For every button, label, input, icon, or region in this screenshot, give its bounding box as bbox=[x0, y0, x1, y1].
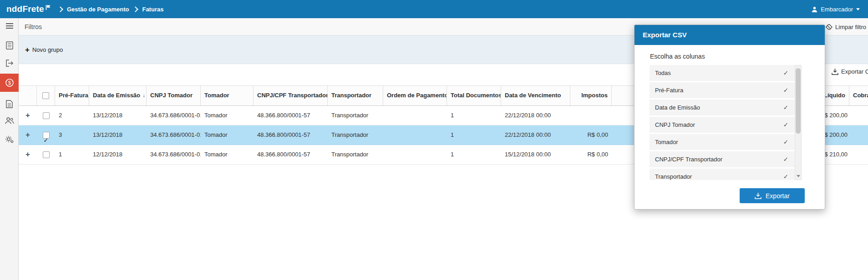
table-cell: 2 bbox=[55, 106, 89, 125]
column-header-data-emissao[interactable]: Data de Emissão↓ bbox=[89, 86, 147, 105]
scroll-down-button[interactable] bbox=[795, 173, 801, 180]
export-out-icon[interactable] bbox=[0, 55, 19, 71]
chevron-right-icon bbox=[57, 6, 63, 12]
column-header-total-documentos[interactable]: Total Documentos bbox=[447, 86, 501, 105]
table-cell: 34.673.686/0001-01 bbox=[147, 106, 201, 125]
sidebar: $ bbox=[0, 18, 19, 280]
user-menu-label: Embarcador bbox=[821, 6, 853, 13]
table-cell: Tomador bbox=[201, 125, 254, 145]
table-cell: 22/12/2018 00:00 bbox=[501, 125, 570, 145]
check-icon bbox=[783, 151, 788, 167]
column-option-pre-fatura[interactable]: Pré-Fatura bbox=[650, 82, 795, 98]
scrollbar-thumb[interactable] bbox=[796, 68, 801, 134]
table-cell: 3 bbox=[55, 125, 89, 145]
checkbox-column-header bbox=[37, 86, 55, 105]
new-group-button[interactable]: + Novo grupo bbox=[25, 46, 63, 54]
eraser-icon bbox=[825, 24, 832, 30]
expand-row-button[interactable]: + bbox=[19, 145, 37, 164]
modal-title: Exportar CSV bbox=[635, 25, 825, 45]
breadcrumb-gestao-pagamento[interactable]: Gestão de Pagamento bbox=[67, 6, 129, 13]
table-cell: Transportador bbox=[328, 125, 383, 145]
column-header-tomador[interactable]: Tomador bbox=[201, 86, 254, 105]
caret-down-icon bbox=[856, 8, 860, 10]
column-options-list: Todas Pré-Fatura Data de Emissão CNPJ To… bbox=[650, 65, 802, 180]
row-checkbox[interactable] bbox=[43, 112, 50, 119]
column-header-cobranca[interactable]: Cobrança bbox=[849, 86, 868, 105]
users-icon[interactable] bbox=[0, 113, 19, 128]
row-checkbox[interactable] bbox=[43, 151, 50, 158]
table-cell: 1 bbox=[447, 145, 501, 164]
column-header-data-vencimento[interactable]: Data de Vencimento bbox=[501, 86, 570, 105]
clear-filter-button[interactable]: Limpar filtro bbox=[825, 18, 866, 35]
column-header-pre-fatura[interactable]: Pré-Fatura bbox=[55, 86, 89, 105]
check-icon bbox=[783, 65, 788, 81]
table-cell: 48.366.800/0001-57 bbox=[254, 145, 328, 164]
table-cell: R$ 0,00 bbox=[570, 125, 612, 145]
expand-column-header bbox=[19, 86, 37, 105]
column-header-cnpj-transportador[interactable]: CNPJ/CPF Transportador bbox=[254, 86, 328, 105]
checkbox-cell bbox=[37, 106, 55, 125]
table-cell: 34.673.686/0001-01 bbox=[147, 125, 201, 145]
table-cell: 1 bbox=[447, 125, 501, 145]
column-option-data-emissao[interactable]: Data de Emissão bbox=[650, 100, 795, 115]
table-cell: 48.366.800/0001-57 bbox=[254, 125, 328, 145]
modal-scrollbar[interactable] bbox=[795, 65, 802, 180]
invoice-list-icon[interactable] bbox=[0, 38, 19, 53]
table-cell: 22/12/2018 00:00 bbox=[501, 106, 570, 125]
document-icon[interactable] bbox=[0, 96, 19, 112]
table-cell: Tomador bbox=[201, 106, 254, 125]
person-icon bbox=[812, 6, 817, 12]
table-cell: 34.673.686/0001-01 bbox=[147, 145, 201, 164]
modal-subtitle: Escolha as colunas bbox=[650, 53, 825, 60]
expand-row-button[interactable]: + bbox=[19, 106, 37, 125]
svg-text:$: $ bbox=[8, 80, 10, 85]
download-icon bbox=[832, 69, 838, 75]
menu-icon[interactable] bbox=[0, 18, 19, 34]
column-option-tomador[interactable]: Tomador bbox=[650, 134, 795, 150]
check-icon bbox=[783, 169, 788, 180]
column-header-ordem-pagamento[interactable]: Ordem de Pagamento bbox=[383, 86, 447, 105]
export-button-label: Exportar bbox=[766, 192, 790, 200]
column-header-impostos[interactable]: Impostos bbox=[570, 86, 612, 105]
table-cell bbox=[383, 125, 447, 145]
table-cell: 1 bbox=[55, 145, 89, 164]
export-button[interactable]: Exportar bbox=[740, 188, 805, 203]
check-icon bbox=[783, 82, 788, 98]
download-icon bbox=[755, 193, 761, 199]
plus-icon: + bbox=[25, 46, 30, 54]
export-csv-link[interactable]: Exportar CSV bbox=[832, 68, 868, 75]
export-csv-modal: Exportar CSV Escolha as colunas Todas Pr… bbox=[634, 25, 825, 210]
column-option-cnpj-tomador[interactable]: CNPJ Tomador bbox=[650, 117, 795, 133]
column-header-transportador[interactable]: Transportador bbox=[328, 86, 383, 105]
new-group-label: Novo grupo bbox=[32, 46, 63, 53]
row-checkbox[interactable] bbox=[43, 132, 50, 139]
expand-row-button[interactable]: + bbox=[19, 125, 37, 145]
checkbox-cell bbox=[37, 125, 55, 145]
table-cell: Tomador bbox=[201, 145, 254, 164]
flag-icon bbox=[45, 5, 51, 10]
chevron-right-icon bbox=[133, 6, 139, 12]
user-menu[interactable]: Embarcador bbox=[812, 0, 860, 18]
clear-filter-label: Limpar filtro bbox=[835, 24, 866, 30]
table-cell: 48.366.800/0001-57 bbox=[254, 106, 328, 125]
column-option-transportador[interactable]: Transportador bbox=[650, 169, 795, 180]
export-csv-label: Exportar CSV bbox=[841, 68, 868, 75]
table-cell bbox=[570, 106, 612, 125]
column-header-cnpj-tomador[interactable]: CNPJ Tomador bbox=[147, 86, 201, 105]
select-all-checkbox[interactable] bbox=[42, 92, 49, 99]
table-cell: 15/12/2018 00:00 bbox=[501, 145, 570, 164]
breadcrumb-faturas[interactable]: Faturas bbox=[142, 6, 163, 13]
column-option-cnpj-transportador[interactable]: CNPJ/CPF Transportador bbox=[650, 151, 795, 167]
column-option-todas[interactable]: Todas bbox=[650, 65, 795, 81]
table-cell bbox=[849, 125, 868, 145]
topbar: nddFrete Gestão de Pagamento Faturas Emb… bbox=[0, 0, 868, 18]
table-cell bbox=[383, 145, 447, 164]
check-icon bbox=[783, 117, 788, 133]
sort-desc-icon: ↓ bbox=[142, 92, 145, 99]
table-cell bbox=[849, 106, 868, 125]
table-cell: 1 bbox=[447, 106, 501, 125]
settings-gears-icon[interactable] bbox=[0, 132, 19, 147]
arrow-down-icon bbox=[797, 175, 800, 177]
app-logo[interactable]: nddFrete bbox=[6, 4, 51, 14]
payments-icon[interactable]: $ bbox=[0, 74, 19, 92]
